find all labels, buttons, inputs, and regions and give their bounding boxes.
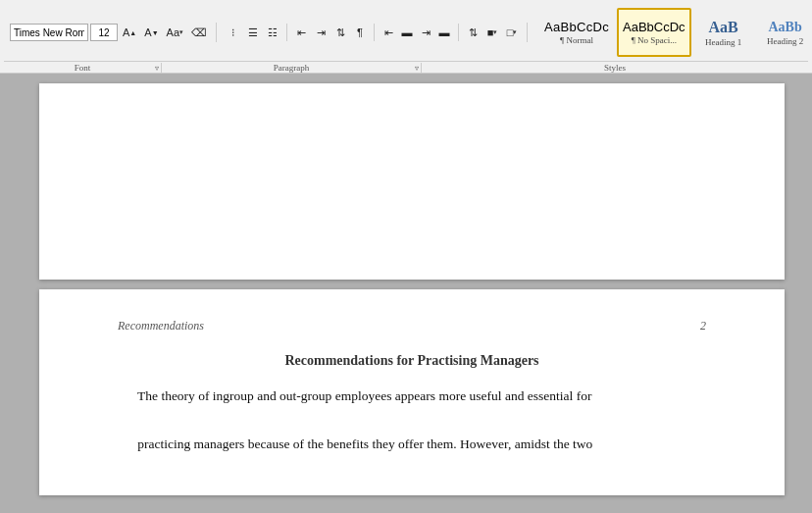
style-heading2[interactable]: AaBb Heading 2 [756, 8, 812, 57]
style-normal-preview: AaBbCcDc [544, 20, 609, 34]
shrink-font-button[interactable]: A▼ [141, 23, 161, 42]
paragraph-section-label: Paragraph [274, 63, 309, 73]
style-nospace-preview: AaBbCcDc [623, 20, 685, 34]
separator1 [286, 24, 287, 41]
page-body: The theory of ingroup and out-group empl… [118, 385, 706, 456]
separator2 [374, 24, 375, 41]
justify-button[interactable]: ▬ [435, 23, 453, 42]
align-center-button[interactable]: ▬ [398, 23, 416, 42]
font-section: A▲ A▼ Aa▾ ⌫ [10, 23, 217, 42]
ribbon: A▲ A▼ Aa▾ ⌫ ⁝ ☰ ☷ ⇤ ⇥ ⇅ ¶ ⇤ ▬ ⇥ ▬ ⇅ ■▾ [0, 0, 812, 74]
align-group: ⇤ ▬ ⇥ ▬ [380, 23, 453, 42]
body-line2: practicing managers because of the benef… [137, 436, 592, 451]
page-title: Recommendations for Practising Managers [118, 353, 706, 369]
document-area: Recommendations 2 Recommendations for Pr… [0, 74, 812, 513]
page-1 [39, 83, 785, 280]
page-header-left: Recommendations [118, 319, 204, 333]
styles-section: AaBbCcDc ¶ Normal AaBbCcDc ¶ No Spaci...… [535, 6, 812, 59]
align-left-button[interactable]: ⇤ [380, 23, 397, 42]
font-label-section: Font ▿ [4, 63, 162, 73]
align-right-button[interactable]: ⇥ [417, 23, 434, 42]
style-normal[interactable]: AaBbCcDc ¶ Normal [539, 8, 614, 57]
clear-formatting-button[interactable]: ⌫ [188, 23, 210, 42]
style-no-spacing[interactable]: AaBbCcDc ¶ No Spaci... [617, 8, 691, 57]
styles-section-label: Styles [604, 63, 626, 73]
style-h2-label: Heading 2 [767, 36, 803, 46]
line-spacing-button[interactable]: ⇅ [464, 23, 482, 42]
paragraph-label-section: Paragraph ▿ [162, 63, 422, 73]
style-nospace-label: ¶ No Spaci... [632, 35, 677, 45]
increase-indent-button[interactable]: ⇥ [312, 23, 330, 42]
body-line1: The theory of ingroup and out-group empl… [137, 388, 591, 403]
show-para-marks-button[interactable]: ¶ [351, 23, 369, 42]
font-name-input[interactable] [10, 24, 88, 41]
ribbon-toolbar-row: A▲ A▼ Aa▾ ⌫ ⁝ ☰ ☷ ⇤ ⇥ ⇅ ¶ ⇤ ▬ ⇥ ▬ ⇅ ■▾ [4, 4, 808, 61]
styles-label-section: Styles [422, 63, 808, 73]
style-h2-preview: AaBb [768, 20, 801, 35]
page-2: Recommendations 2 Recommendations for Pr… [39, 289, 785, 495]
change-case-button[interactable]: Aa▾ [164, 23, 186, 42]
style-h1-preview: AaB [708, 19, 737, 36]
style-h1-label: Heading 1 [705, 37, 741, 47]
sort-button[interactable]: ⇅ [331, 23, 349, 42]
font-expand-icon[interactable]: ▿ [155, 64, 159, 73]
paragraph-section: ⁝ ☰ ☷ ⇤ ⇥ ⇅ ¶ ⇤ ▬ ⇥ ▬ ⇅ ■▾ □▾ [225, 23, 528, 42]
borders-button[interactable]: □▾ [503, 23, 521, 42]
decrease-indent-button[interactable]: ⇤ [292, 23, 310, 42]
multilevel-list-button[interactable]: ☷ [264, 23, 281, 42]
ribbon-label-row: Font ▿ Paragraph ▿ Styles [4, 61, 808, 73]
separator3 [458, 24, 459, 41]
numbering-button[interactable]: ☰ [244, 23, 262, 42]
page-header: Recommendations 2 [118, 319, 706, 333]
font-section-label: Font [75, 63, 91, 73]
paragraph-expand-icon[interactable]: ▿ [415, 64, 419, 73]
style-heading1[interactable]: AaB Heading 1 [694, 8, 753, 57]
shading-button[interactable]: ■▾ [483, 23, 501, 42]
grow-font-button[interactable]: A▲ [120, 23, 139, 42]
font-size-input[interactable] [90, 24, 118, 41]
style-normal-label: ¶ Normal [560, 35, 593, 45]
bullets-button[interactable]: ⁝ [225, 23, 242, 42]
page-header-right: 2 [700, 319, 706, 333]
